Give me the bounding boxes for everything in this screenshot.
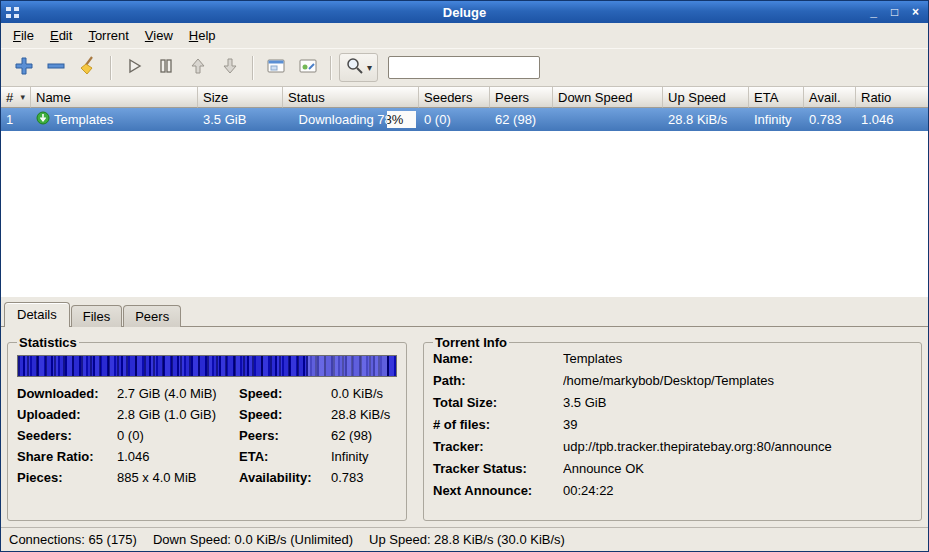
downloading-state-icon bbox=[36, 111, 50, 128]
maximize-button[interactable]: □ bbox=[886, 4, 903, 20]
stat-label: Share Ratio: bbox=[17, 449, 117, 464]
tab-files[interactable]: Files bbox=[71, 305, 122, 327]
cell-size: 3.5 GiB bbox=[198, 108, 283, 131]
info-label: # of files: bbox=[433, 417, 563, 432]
pause-button[interactable] bbox=[151, 54, 181, 82]
column-header-size[interactable]: Size bbox=[198, 87, 283, 108]
statistics-grid: Downloaded: 2.7 GiB (4.0 MiB) Speed: 0.0… bbox=[17, 386, 397, 485]
tab-details[interactable]: Details bbox=[4, 302, 70, 327]
stat-value: 2.8 GiB (1.0 GiB) bbox=[117, 407, 239, 422]
deluge-window: Deluge _ □ × File Edit Torrent View Help bbox=[0, 0, 929, 552]
search-filter-button[interactable]: ▾ bbox=[339, 53, 378, 82]
column-header-up-speed[interactable]: Up Speed bbox=[663, 87, 749, 108]
toolbar-separator bbox=[330, 56, 332, 80]
chevron-down-icon: ▾ bbox=[367, 62, 372, 73]
column-header-seeders[interactable]: Seeders bbox=[419, 87, 490, 108]
stat-label: Downloaded: bbox=[17, 386, 117, 401]
column-header-avail[interactable]: Avail. bbox=[804, 87, 856, 108]
statistics-group: Statistics Downloaded: 2.7 GiB (4.0 MiB)… bbox=[7, 335, 407, 521]
stat-value: 0.783 bbox=[331, 470, 397, 485]
tab-peers[interactable]: Peers bbox=[123, 305, 181, 327]
list-column-headers: # ▾ Name Size Status Seeders Peers Down … bbox=[1, 87, 928, 108]
column-header-status[interactable]: Status bbox=[283, 87, 419, 108]
menu-help[interactable]: Help bbox=[181, 24, 224, 47]
broom-icon bbox=[77, 55, 99, 80]
info-value: /home/markybob/Desktop/Templates bbox=[563, 373, 912, 388]
details-panel: Statistics Downloaded: 2.7 GiB (4.0 MiB)… bbox=[1, 326, 928, 527]
stat-value: 0 (0) bbox=[117, 428, 239, 443]
stat-value: 0.0 KiB/s bbox=[331, 386, 397, 401]
connection-manager-button[interactable] bbox=[293, 54, 323, 82]
info-value: 00:24:22 bbox=[563, 483, 912, 498]
stat-value: Infinity bbox=[331, 449, 397, 464]
preferences-icon bbox=[265, 55, 287, 80]
info-label: Name: bbox=[433, 351, 563, 366]
resume-button[interactable] bbox=[119, 54, 149, 82]
down-arrow-icon bbox=[219, 55, 241, 80]
pause-icon bbox=[155, 55, 177, 80]
menu-view[interactable]: View bbox=[137, 24, 181, 47]
stat-label: Pieces: bbox=[17, 470, 117, 485]
stat-label: Seeders: bbox=[17, 428, 117, 443]
torrent-list[interactable]: 1 Templates 3.5 GiB Downloading 78% Down… bbox=[1, 108, 928, 297]
cell-num: 1 bbox=[1, 108, 31, 131]
cell-status: Downloading 78% Downloading 78% bbox=[283, 108, 419, 131]
search-input[interactable] bbox=[388, 56, 540, 79]
cell-peers: 62 (98) bbox=[490, 108, 553, 131]
torrent-info-title: Torrent Info bbox=[433, 335, 509, 350]
queue-up-button[interactable] bbox=[183, 54, 213, 82]
plus-icon bbox=[13, 55, 35, 80]
up-arrow-icon bbox=[187, 55, 209, 80]
minimize-button[interactable]: _ bbox=[865, 4, 882, 20]
app-icon bbox=[6, 7, 19, 18]
queue-down-button[interactable] bbox=[215, 54, 245, 82]
info-label: Tracker: bbox=[433, 439, 563, 454]
cell-name: Templates bbox=[31, 108, 198, 131]
stat-value: 2.7 GiB (4.0 MiB) bbox=[117, 386, 239, 401]
info-value: Templates bbox=[563, 351, 912, 366]
column-header-down-speed[interactable]: Down Speed bbox=[553, 87, 663, 108]
stat-label: Uploaded: bbox=[17, 407, 117, 422]
stat-label: Peers: bbox=[239, 428, 331, 443]
menubar: File Edit Torrent View Help bbox=[1, 23, 928, 48]
magnifier-icon bbox=[345, 56, 365, 79]
stat-value: 1.046 bbox=[117, 449, 239, 464]
pieces-bar bbox=[17, 355, 397, 377]
statusbar: Connections: 65 (175) Down Speed: 0.0 Ki… bbox=[1, 527, 928, 551]
column-header-name[interactable]: Name bbox=[31, 87, 198, 108]
close-button[interactable]: × bbox=[907, 4, 924, 20]
remove-torrent-button[interactable] bbox=[41, 54, 71, 82]
stat-value: 62 (98) bbox=[331, 428, 397, 443]
column-header-ratio[interactable]: Ratio bbox=[856, 87, 928, 108]
stat-label: Speed: bbox=[239, 407, 331, 422]
stat-label: Speed: bbox=[239, 386, 331, 401]
details-tabs: Details Files Peers bbox=[1, 302, 928, 326]
titlebar[interactable]: Deluge _ □ × bbox=[1, 1, 928, 23]
torrent-row-selected[interactable]: 1 Templates 3.5 GiB Downloading 78% Down… bbox=[1, 108, 928, 131]
info-value: 3.5 GiB bbox=[563, 395, 912, 410]
cell-down-speed bbox=[553, 108, 663, 131]
preferences-button[interactable] bbox=[261, 54, 291, 82]
torrent-info-grid: Name: Templates Path: /home/markybob/Des… bbox=[433, 351, 912, 498]
play-icon bbox=[123, 55, 145, 80]
clear-seeders-button[interactable] bbox=[73, 54, 103, 82]
info-label: Total Size: bbox=[433, 395, 563, 410]
info-label: Path: bbox=[433, 373, 563, 388]
info-label: Next Announce: bbox=[433, 483, 563, 498]
info-value: Announce OK bbox=[563, 461, 912, 476]
menu-torrent[interactable]: Torrent bbox=[80, 24, 136, 47]
minus-icon bbox=[45, 55, 67, 80]
menu-file[interactable]: File bbox=[5, 24, 42, 47]
toolbar: ▾ bbox=[1, 48, 928, 87]
column-header-eta[interactable]: ETA bbox=[749, 87, 804, 108]
menu-edit[interactable]: Edit bbox=[42, 24, 80, 47]
info-value: 39 bbox=[563, 417, 912, 432]
cell-ratio: 1.046 bbox=[856, 108, 928, 131]
statusbar-up-speed: Up Speed: 28.8 KiB/s (30.0 KiB/s) bbox=[369, 532, 565, 547]
cell-eta: Infinity bbox=[749, 108, 804, 131]
column-header-num[interactable]: # ▾ bbox=[1, 87, 31, 108]
column-header-peers[interactable]: Peers bbox=[490, 87, 553, 108]
column-chooser-icon[interactable]: ▾ bbox=[20, 92, 25, 102]
add-torrent-button[interactable] bbox=[9, 54, 39, 82]
stat-value: 885 x 4.0 MiB bbox=[117, 470, 239, 485]
